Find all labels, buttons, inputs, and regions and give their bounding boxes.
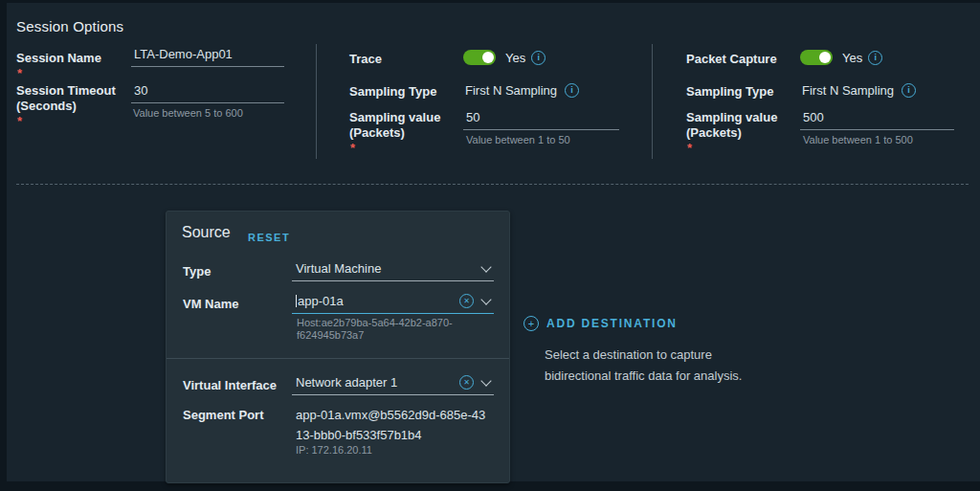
- packet-capture-sampling-value-label: Sampling value (Packets)*: [686, 110, 777, 156]
- segment-port-value-line1: app-01a.vmx@b5562d9d-685e-43: [296, 405, 506, 425]
- reset-button[interactable]: RESET: [248, 232, 290, 243]
- chevron-down-icon[interactable]: [480, 375, 491, 386]
- trace-sampling-hint: Value between 1 to 50: [466, 134, 570, 145]
- chevron-down-icon[interactable]: [480, 294, 491, 304]
- destination-hint-line2: bidirectional traffic data for analysis.: [545, 366, 742, 387]
- session-name-label-text: Session Name: [16, 51, 101, 66]
- vm-host-hint: Host:ae2b79ba-5a64-42b2-a870- f624945b73…: [297, 317, 453, 342]
- packet-capture-sampling-type-value: First N Sampling: [802, 83, 894, 98]
- trace-sampling-type-label: Sampling Type: [349, 84, 437, 100]
- virtual-interface-label: Virtual Interface: [183, 378, 277, 393]
- session-timeout-label-line2: (Seconds): [16, 99, 116, 114]
- source-card-title: Source: [182, 224, 231, 241]
- page-title: Session Options: [16, 18, 123, 34]
- trace-sampling-value-label-line2: (Packets): [349, 125, 440, 141]
- destination-hint-line1: Select a destination to capture: [545, 345, 742, 366]
- trace-label: Trace: [349, 52, 382, 67]
- segment-port-value-line2: 13-bbb0-bf533f57b1b4: [296, 425, 506, 445]
- segment-port-label: Segment Port: [183, 408, 264, 423]
- panel-edge-left: [0, 0, 7, 491]
- source-type-value: Virtual Machine: [296, 261, 381, 276]
- text-cursor: [296, 295, 297, 307]
- toggle-knob: [482, 52, 494, 63]
- source-type-label: Type: [183, 264, 211, 279]
- trace-toggle[interactable]: [463, 50, 496, 65]
- packet-capture-sampling-value-input[interactable]: [800, 110, 954, 130]
- info-icon[interactable]: i: [868, 51, 882, 65]
- clear-icon[interactable]: ✕: [459, 375, 474, 390]
- destination-hint: Select a destination to capture bidirect…: [545, 345, 742, 387]
- session-timeout-label: Session Timeout (Seconds)*: [16, 83, 116, 129]
- vm-name-value: app-01a: [298, 294, 344, 308]
- toggle-knob: [819, 52, 831, 63]
- segment-port-ip: IP: 172.16.20.11: [296, 444, 372, 456]
- plus-circle-icon: +: [523, 316, 539, 331]
- info-icon[interactable]: i: [565, 83, 579, 98]
- column-divider: [652, 44, 653, 159]
- session-timeout-input[interactable]: [131, 83, 284, 103]
- session-timeout-hint: Value between 5 to 600: [133, 107, 243, 119]
- virtual-interface-combobox[interactable]: Network adapter 1 ✕: [292, 375, 494, 395]
- packet-capture-toggle-value: Yes: [842, 51, 862, 65]
- required-asterisk: *: [687, 141, 692, 155]
- packet-capture-sampling-hint: Value between 1 to 500: [803, 134, 913, 145]
- add-destination-label: ADD DESTINATION: [546, 317, 678, 330]
- session-options-panel: Session Options Session Name* Session Ti…: [0, 0, 980, 491]
- vm-name-combobox[interactable]: app-01a ✕: [292, 294, 494, 314]
- column-divider: [316, 44, 317, 159]
- trace-sampling-value-label-line1: Sampling value: [349, 110, 440, 125]
- packet-capture-sampling-type-label: Sampling Type: [686, 84, 774, 100]
- info-icon[interactable]: i: [531, 51, 546, 65]
- clear-icon[interactable]: ✕: [459, 294, 474, 308]
- card-divider: [167, 358, 509, 359]
- session-timeout-label-line1: Session Timeout: [16, 83, 116, 99]
- add-destination-button[interactable]: + ADD DESTINATION: [523, 316, 678, 331]
- vm-host-hint-line1: Host:ae2b79ba-5a64-42b2-a870-: [297, 317, 453, 329]
- packet-capture-sampling-value-label-line1: Sampling value: [686, 110, 777, 125]
- packet-capture-toggle[interactable]: [800, 50, 833, 65]
- trace-sampling-value-label: Sampling value (Packets)*: [349, 110, 440, 156]
- required-asterisk: *: [17, 66, 22, 80]
- packet-capture-sampling-value-label-line2: (Packets): [686, 125, 777, 141]
- trace-sampling-type-value: First N Sampling: [465, 83, 557, 98]
- panel-edge-top: [0, 0, 980, 3]
- vm-host-hint-line2: f624945b73a7: [297, 329, 453, 342]
- segment-port-value: app-01a.vmx@b5562d9d-685e-43 13-bbb0-bf5…: [296, 405, 506, 445]
- vm-name-label: VM Name: [183, 297, 239, 312]
- info-icon[interactable]: i: [902, 83, 916, 98]
- packet-capture-label: Packet Capture: [686, 52, 777, 67]
- required-asterisk: *: [350, 141, 355, 155]
- session-name-input[interactable]: [131, 47, 284, 67]
- trace-toggle-value: Yes: [505, 51, 525, 65]
- section-divider: [16, 184, 969, 185]
- required-asterisk: *: [17, 114, 22, 128]
- source-card: Source RESET Type Virtual Machine VM Nam…: [166, 211, 510, 483]
- virtual-interface-value: Network adapter 1: [296, 375, 397, 390]
- session-name-label: Session Name*: [16, 51, 101, 81]
- source-type-select[interactable]: Virtual Machine: [292, 261, 494, 281]
- trace-sampling-value-input[interactable]: [463, 110, 619, 130]
- chevron-down-icon: [480, 261, 491, 272]
